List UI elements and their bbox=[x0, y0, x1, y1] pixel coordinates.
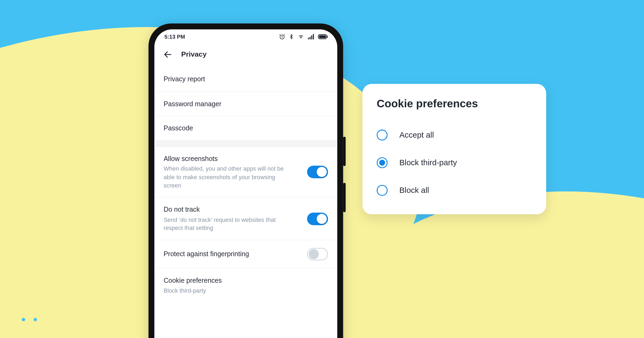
toggle-do-not-track[interactable] bbox=[307, 212, 328, 225]
svg-rect-4 bbox=[310, 36, 311, 39]
page-title: Privacy bbox=[181, 50, 207, 59]
row-value: Block third-party bbox=[164, 287, 222, 295]
row-label: Passcode bbox=[164, 124, 193, 133]
row-label: Do not track bbox=[164, 205, 290, 214]
row-label: Privacy report bbox=[164, 75, 205, 84]
phone-screen: 5:13 PM Privacy Privacy report bbox=[154, 29, 337, 338]
app-bar: Privacy bbox=[154, 44, 337, 67]
row-protect-fingerprinting[interactable]: Protect against fingerprinting bbox=[154, 240, 337, 268]
card-title: Cookie preferences bbox=[377, 97, 532, 110]
option-block-all[interactable]: Block all bbox=[377, 177, 532, 204]
svg-rect-9 bbox=[319, 35, 326, 38]
radio-icon bbox=[377, 130, 388, 141]
row-subtitle: When disabled, you and other apps will n… bbox=[164, 165, 290, 190]
arrow-left-icon bbox=[163, 50, 172, 59]
alarm-icon bbox=[279, 33, 285, 39]
battery-icon bbox=[318, 34, 328, 39]
svg-point-1 bbox=[34, 318, 37, 321]
option-label: Block third-party bbox=[399, 158, 457, 167]
back-button[interactable] bbox=[162, 49, 174, 60]
cookie-preferences-card: Cookie preferences Accept all Block thir… bbox=[363, 84, 546, 214]
row-label: Allow screenshots bbox=[164, 154, 290, 163]
row-subtitle: Send ‘do not track’ request to websites … bbox=[164, 216, 290, 232]
toggle-protect-fingerprinting[interactable] bbox=[307, 248, 328, 260]
radio-icon bbox=[377, 185, 388, 196]
option-accept-all[interactable]: Accept all bbox=[377, 121, 532, 149]
toggle-allow-screenshots[interactable] bbox=[307, 166, 328, 178]
row-passcode[interactable]: Passcode bbox=[154, 116, 337, 141]
row-label: Password manager bbox=[164, 99, 221, 108]
svg-point-0 bbox=[22, 318, 25, 321]
status-bar: 5:13 PM bbox=[154, 29, 337, 43]
row-cookie-preferences[interactable]: Cookie preferences Block third-party bbox=[154, 268, 337, 302]
row-allow-screenshots[interactable]: Allow screenshots When disabled, you and… bbox=[154, 146, 337, 197]
status-time: 5:13 PM bbox=[164, 33, 185, 39]
bluetooth-icon bbox=[289, 33, 294, 39]
row-password-manager[interactable]: Password manager bbox=[154, 91, 337, 116]
option-label: Accept all bbox=[399, 130, 434, 139]
wifi-icon bbox=[297, 34, 305, 39]
svg-rect-6 bbox=[313, 34, 314, 39]
row-label: Cookie preferences bbox=[164, 276, 222, 285]
option-label: Block all bbox=[399, 186, 429, 195]
svg-rect-8 bbox=[327, 35, 328, 38]
svg-rect-3 bbox=[308, 38, 309, 39]
section-divider bbox=[154, 140, 337, 146]
option-block-third-party[interactable]: Block third-party bbox=[377, 149, 532, 177]
radio-icon bbox=[377, 157, 388, 168]
android-mascot-icon bbox=[14, 308, 45, 327]
row-privacy-report[interactable]: Privacy report bbox=[154, 67, 337, 91]
row-do-not-track[interactable]: Do not track Send ‘do not track’ request… bbox=[154, 197, 337, 240]
phone-frame: 5:13 PM Privacy Privacy report bbox=[148, 24, 343, 338]
svg-rect-5 bbox=[311, 35, 312, 39]
settings-list: Privacy report Password manager Passcode… bbox=[154, 67, 337, 338]
row-label: Protect against fingerprinting bbox=[164, 249, 249, 259]
cellular-icon bbox=[308, 34, 314, 39]
